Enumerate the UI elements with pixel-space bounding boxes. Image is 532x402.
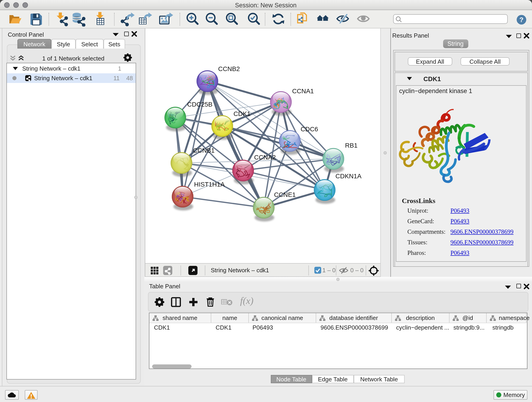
- svg-text:CCNE1: CCNE1: [274, 191, 296, 198]
- svg-text:CCNA2: CCNA2: [254, 154, 276, 161]
- svg-text:CCNB1: CCNB1: [193, 147, 215, 154]
- svg-text:HIST1H1A: HIST1H1A: [194, 181, 225, 188]
- svg-text:RB1: RB1: [345, 142, 357, 149]
- svg-text:CDC25B: CDC25B: [187, 101, 212, 108]
- svg-text:CCNB2: CCNB2: [218, 65, 240, 72]
- svg-text:CCNA1: CCNA1: [292, 88, 314, 95]
- svg-text:CDC6: CDC6: [301, 126, 318, 133]
- svg-text:CDKN1A: CDKN1A: [336, 172, 361, 180]
- svg-text:CDK1: CDK1: [234, 110, 251, 117]
- svg-text:?: ?: [519, 16, 524, 23]
